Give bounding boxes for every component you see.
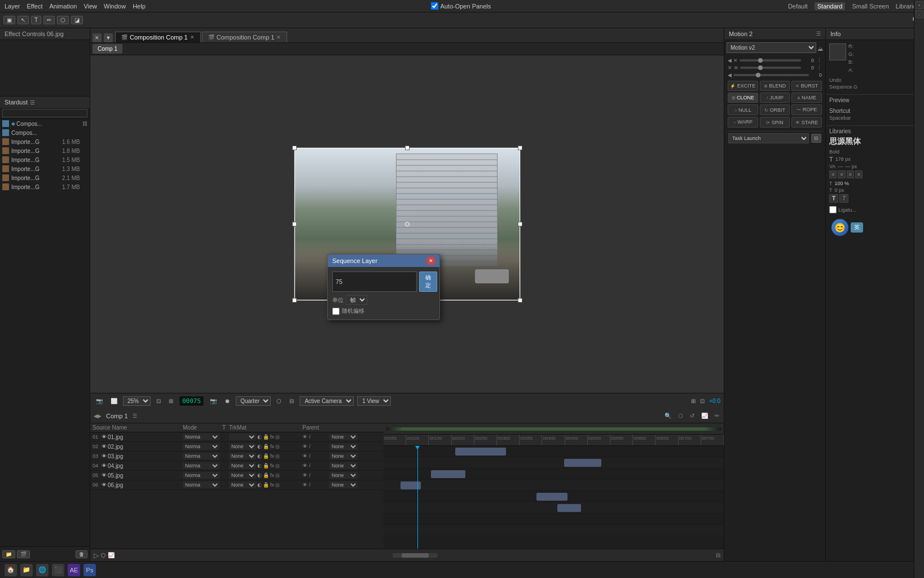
clone-btn[interactable]: ⊞ CLONE (728, 93, 758, 103)
tool-pen[interactable]: ✏ (43, 16, 55, 24)
track-bg-row[interactable] (384, 502, 724, 514)
layer-lock[interactable]: 🔒 (263, 453, 269, 459)
eye-col[interactable]: 👁 (302, 463, 309, 468)
grid-btn[interactable]: ⊞ (166, 397, 175, 405)
resolution-btn[interactable]: ⬜ (108, 397, 120, 405)
slider-track-1[interactable] (740, 59, 801, 62)
layer-motion[interactable]: ◎ (275, 472, 280, 478)
vis-icon[interactable]: 👁 (102, 444, 107, 449)
layer-lock[interactable]: 🔒 (263, 472, 269, 478)
tl-motion-icon[interactable]: ↺ (690, 413, 694, 419)
tl-graph-btn[interactable]: 📈 (108, 552, 115, 558)
vis-icon[interactable]: 👁 (102, 482, 107, 488)
null-btn[interactable]: ○ NULL (728, 104, 758, 115)
default-btn[interactable]: Default (788, 3, 808, 10)
mode-select[interactable]: Norma (183, 462, 219, 469)
sequence-layer-dialog[interactable]: Sequence Layer ✕ 确定 单位 帧 随机偏移 (327, 254, 440, 320)
app-btn-ae[interactable]: AE (68, 564, 80, 576)
jump-btn[interactable]: ↑ JUMP (760, 93, 790, 103)
layer-solo[interactable]: ◐ (257, 482, 262, 488)
menu-view[interactable]: View (83, 3, 97, 10)
parent-select[interactable]: None ▼ (329, 443, 358, 450)
stare-btn[interactable]: 👁 STARE (791, 117, 822, 128)
align-left-btn[interactable]: ≡ (829, 170, 837, 178)
eye-col[interactable]: 👁 (302, 453, 309, 459)
layer-solo[interactable]: ◐ (257, 472, 262, 478)
layer-fx[interactable]: fx (270, 434, 274, 440)
table-row[interactable]: 03 👁 03.jpg Norma None ◐ 🔒 fx ◎ (90, 452, 384, 461)
tool-select[interactable]: ↖ (17, 16, 29, 24)
tl-draft-icon[interactable]: ⬡ (678, 413, 683, 419)
mode-select[interactable]: Norma (183, 453, 219, 459)
vis-icon[interactable]: 👁 (102, 472, 107, 478)
track-bar[interactable] (564, 459, 601, 467)
task-clear-btn[interactable]: ⊟ (811, 134, 821, 143)
new-folder-btn[interactable]: 📁 (2, 550, 15, 558)
dialog-close-btn[interactable]: ✕ (427, 257, 435, 265)
track-bar[interactable] (431, 470, 465, 478)
slider-expand-2[interactable]: ≋ (734, 65, 738, 71)
tab-comp1-viewer2[interactable]: 🎬 Composition Comp 1 ✕ (202, 32, 288, 42)
app-btn-browser[interactable]: 🌐 (36, 564, 49, 576)
layer-motion[interactable]: ◎ (275, 482, 280, 488)
justify-btn[interactable]: ≡ (855, 170, 863, 178)
parent-select[interactable]: None ▼ (329, 453, 358, 459)
tool-text[interactable]: T (31, 16, 41, 24)
layer-lock[interactable]: 🔒 (263, 482, 269, 488)
trkmat-select[interactable]: None (229, 472, 256, 479)
app-btn-finder[interactable]: 📁 (20, 564, 33, 576)
handle-mid-left[interactable] (292, 222, 297, 226)
burst-btn[interactable]: ✳ BURST (791, 81, 822, 91)
panel-close-btn[interactable]: ✕ (93, 33, 102, 42)
menu-effect[interactable]: Effect (27, 3, 43, 10)
motion-version-select[interactable]: Motion v2 (727, 42, 816, 53)
tab-close-btn2[interactable]: ✕ (276, 34, 281, 40)
slider-options-2[interactable]: ⋮ (817, 65, 822, 71)
auto-open-panels-checkbox[interactable]: Auto-Open Panels (431, 2, 491, 10)
render-btn[interactable]: ⏺ (222, 397, 232, 405)
menu-window[interactable]: Window (104, 3, 126, 10)
vis-icon[interactable]: 👁 (102, 463, 107, 468)
ligature-checkbox[interactable] (829, 206, 837, 213)
trkmat-select[interactable] (229, 434, 256, 440)
overlay-btn[interactable]: ⊞ (691, 398, 696, 404)
trkmat-select[interactable]: None (229, 453, 256, 459)
list-item[interactable]: Importe...G 1.6 MB (0, 137, 90, 146)
handle-bot-right[interactable] (518, 298, 522, 303)
mode-select[interactable]: Norma (183, 434, 219, 440)
slider-options-1[interactable]: ⋮ (817, 58, 822, 63)
list-item[interactable]: Importe...G 2.1 MB (0, 173, 90, 182)
fit-btn[interactable]: ⊡ (154, 397, 163, 405)
parent-select[interactable]: None ▼ (329, 434, 358, 440)
trkmat-select[interactable]: None (229, 481, 256, 488)
tl-graph-icon[interactable]: 📈 (701, 413, 708, 419)
layer-lock[interactable]: 🔒 (263, 444, 269, 449)
playhead[interactable] (417, 446, 418, 549)
name-btn[interactable]: A NAME (791, 93, 822, 103)
eye-col[interactable]: 👁 (302, 444, 309, 449)
align-right-btn[interactable]: ≡ (847, 170, 854, 178)
table-row[interactable]: 04 👁 04.jpg Norma None ◐ 🔒 fx ◎ (90, 461, 384, 471)
spin-btn[interactable]: ⟳ SPIN (760, 117, 790, 128)
snapshot-btn[interactable]: 📷 (94, 397, 105, 405)
slider-arrow-left-3[interactable]: ◀ (728, 72, 732, 78)
warp-btn[interactable]: ⌣ WARP (728, 117, 758, 128)
output-btn[interactable]: ⊟ (287, 397, 296, 405)
track-bar[interactable] (455, 448, 506, 456)
mountains-icon[interactable]: ⛰ (817, 46, 823, 52)
timeline-zoom-bar[interactable] (393, 553, 438, 558)
small-screen-btn[interactable]: Small Screen (852, 3, 888, 10)
excite-btn[interactable]: ⚡ EXCITE (728, 81, 758, 91)
eye-col[interactable]: 👁 (302, 482, 309, 488)
slider-arrow-left-1[interactable]: ◀ (728, 58, 732, 63)
delete-btn[interactable]: 🗑 (76, 550, 87, 558)
handle-bot-left[interactable] (292, 298, 297, 303)
list-item[interactable]: ◆ Compos... ⛓ (0, 119, 90, 128)
layer-motion[interactable]: ◎ (275, 463, 280, 468)
app-btn-home[interactable]: 🏠 (5, 564, 17, 576)
layer-motion[interactable]: ◎ (275, 434, 280, 440)
menu-animation[interactable]: Animation (49, 3, 77, 10)
new-comp-btn[interactable]: ▣ (3, 16, 15, 24)
tab-comp1-viewer[interactable]: 🎬 Composition Comp 1 ✕ (115, 32, 201, 42)
track-bg-row[interactable] (384, 457, 724, 468)
